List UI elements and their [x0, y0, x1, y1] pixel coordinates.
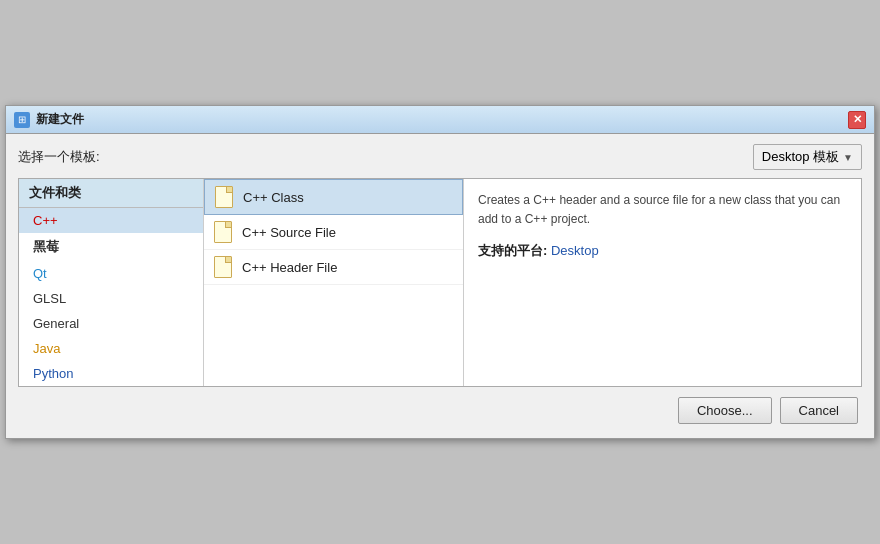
sidebar-item-python[interactable]: Python	[19, 361, 203, 386]
template-label-cpp-source: C++ Source File	[242, 225, 336, 240]
desktop-dropdown[interactable]: Desktop 模板 ▼	[753, 144, 862, 170]
sidebar-item-general[interactable]: General	[19, 311, 203, 336]
template-panel: C++ Class C++ Source File C++ Header Fil…	[204, 179, 464, 386]
cancel-button[interactable]: Cancel	[780, 397, 858, 424]
sidebar-item-qt[interactable]: Qt	[19, 261, 203, 286]
template-label-cpp-header: C++ Header File	[242, 260, 337, 275]
platform-value[interactable]: Desktop	[551, 243, 599, 258]
description-panel: Creates a C++ header and a source file f…	[464, 179, 861, 386]
close-button[interactable]: ✕	[848, 111, 866, 129]
dropdown-label-text: Desktop 模板	[762, 148, 839, 166]
template-item-cpp-header[interactable]: C++ Header File	[204, 250, 463, 285]
sidebar-item-blackberry[interactable]: 黑莓	[19, 233, 203, 261]
title-bar-left: ⊞ 新建文件	[14, 111, 84, 128]
chevron-down-icon: ▼	[843, 152, 853, 163]
sidebar-item-glsl[interactable]: GLSL	[19, 286, 203, 311]
platform-label: 支持的平台:	[478, 243, 547, 258]
template-label-cpp-class: C++ Class	[243, 190, 304, 205]
category-header: 文件和类	[19, 179, 203, 208]
main-panels: 文件和类 C++ 黑莓 Qt GLSL General Java Python …	[18, 178, 862, 387]
category-panel: 文件和类 C++ 黑莓 Qt GLSL General Java Python	[19, 179, 204, 386]
template-item-cpp-source[interactable]: C++ Source File	[204, 215, 463, 250]
sidebar-item-cpp[interactable]: C++	[19, 208, 203, 233]
dialog-body: 选择一个模板: Desktop 模板 ▼ 文件和类 C++ 黑莓 Qt GLSL…	[6, 134, 874, 438]
top-row: 选择一个模板: Desktop 模板 ▼	[18, 144, 862, 170]
window-icon: ⊞	[14, 112, 30, 128]
choose-button[interactable]: Choose...	[678, 397, 772, 424]
platform-info: 支持的平台: Desktop	[478, 241, 847, 261]
window-title: 新建文件	[36, 111, 84, 128]
template-description: Creates a C++ header and a source file f…	[478, 191, 847, 229]
file-icon-source	[214, 221, 234, 243]
template-label: 选择一个模板:	[18, 148, 100, 166]
template-item-cpp-class[interactable]: C++ Class	[204, 179, 463, 215]
file-icon	[215, 186, 235, 208]
bottom-row: Choose... Cancel	[18, 387, 862, 428]
sidebar-item-java[interactable]: Java	[19, 336, 203, 361]
title-bar: ⊞ 新建文件 ✕	[6, 106, 874, 134]
main-window: ⊞ 新建文件 ✕ 选择一个模板: Desktop 模板 ▼ 文件和类 C++ 黑…	[5, 105, 875, 439]
file-icon-header	[214, 256, 234, 278]
